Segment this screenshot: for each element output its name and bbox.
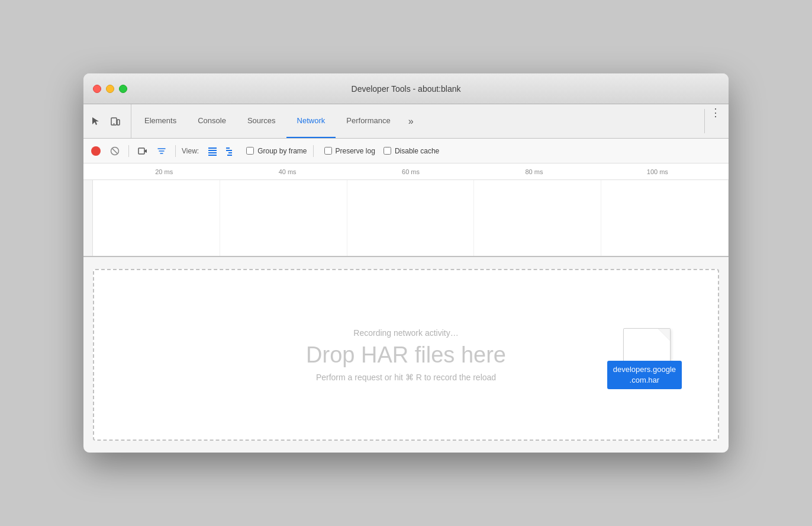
svg-rect-12 (228, 152, 232, 153)
tab-performance[interactable]: Performance (336, 104, 401, 138)
grid-col-4 (474, 180, 601, 256)
list-view-button[interactable] (205, 143, 220, 159)
timeline-ruler: 20 ms 40 ms 60 ms 80 ms 100 ms (83, 163, 729, 180)
preserve-log-checkbox[interactable] (324, 147, 332, 155)
waterfall-view-button[interactable] (223, 143, 238, 159)
svg-point-2 (114, 123, 115, 124)
capture-screenshots-button[interactable] (135, 143, 150, 159)
tab-sources[interactable]: Sources (237, 104, 286, 138)
grid-col-1 (93, 180, 220, 256)
more-tabs-button[interactable]: » (401, 104, 421, 138)
ruler-tick-4: 80 ms (472, 168, 595, 175)
file-icon: ↖ developers.google .com.har (623, 328, 671, 381)
disable-cache-option: Disable cache (384, 147, 439, 155)
filter-button[interactable] (154, 143, 169, 159)
minimize-button[interactable] (106, 85, 114, 93)
view-label: View: (182, 147, 199, 155)
network-toolbar: View: (83, 139, 729, 163)
titlebar: Developer Tools - about:blank (83, 73, 729, 104)
svg-rect-10 (226, 147, 230, 149)
main-tabs: Elements Console Sources Network Perform… (134, 104, 702, 138)
devtools-window: Developer Tools - about:blank Elements (83, 73, 729, 453)
tab-network[interactable]: Network (286, 104, 336, 138)
grid-col-2 (220, 180, 347, 256)
customize-menu-button[interactable]: ⋮ (707, 104, 724, 121)
record-button[interactable] (88, 143, 104, 159)
timeline-grid (93, 180, 729, 256)
group-by-frame-option: Group by frame (246, 147, 307, 155)
grid-col-3 (347, 180, 475, 256)
group-by-frame-checkbox[interactable] (246, 147, 254, 155)
net-separator-1 (128, 145, 129, 157)
tab-console[interactable]: Console (187, 104, 237, 138)
timeline-left-panel (83, 180, 93, 256)
svg-rect-11 (226, 150, 232, 151)
inspect-element-button[interactable] (88, 113, 105, 130)
svg-rect-1 (117, 120, 120, 125)
preserve-log-option: Preserve log (324, 147, 375, 155)
ruler-tick-3: 60 ms (349, 168, 472, 175)
net-separator-3 (313, 145, 314, 157)
har-tooltip: developers.google .com.har (607, 361, 682, 389)
maximize-button[interactable] (119, 85, 127, 93)
file-icon-area: ↖ developers.google .com.har (623, 328, 671, 381)
ruler-tick-5: 100 ms (596, 168, 719, 175)
timeline-area (83, 180, 729, 257)
svg-rect-8 (208, 152, 217, 153)
window-title: Developer Tools - about:blank (352, 84, 461, 94)
toolbar-left-icons (88, 104, 131, 138)
ruler-tick-1: 20 ms (102, 168, 225, 175)
tab-elements[interactable]: Elements (134, 104, 187, 138)
grid-col-5 (601, 180, 729, 256)
disable-cache-label: Disable cache (395, 147, 439, 155)
toolbar-separator (704, 109, 705, 133)
svg-rect-7 (208, 150, 217, 151)
ruler-tick-2: 40 ms (225, 168, 349, 175)
drop-zone[interactable]: Recording network activity… Drop HAR fil… (93, 269, 719, 441)
svg-rect-9 (208, 155, 217, 156)
traffic-lights (93, 85, 127, 93)
close-button[interactable] (93, 85, 101, 93)
preserve-log-label: Preserve log (336, 147, 375, 155)
group-by-frame-label: Group by frame (257, 147, 307, 155)
svg-rect-6 (208, 147, 217, 149)
device-toolbar-button[interactable] (107, 113, 124, 130)
net-separator-2 (175, 145, 176, 157)
disable-cache-checkbox[interactable] (384, 147, 391, 155)
svg-rect-13 (227, 155, 232, 156)
svg-rect-5 (138, 148, 144, 154)
clear-button[interactable] (107, 143, 123, 159)
view-buttons (205, 143, 238, 159)
svg-line-4 (112, 149, 117, 153)
tab-bar: Elements Console Sources Network Perform… (83, 104, 729, 139)
